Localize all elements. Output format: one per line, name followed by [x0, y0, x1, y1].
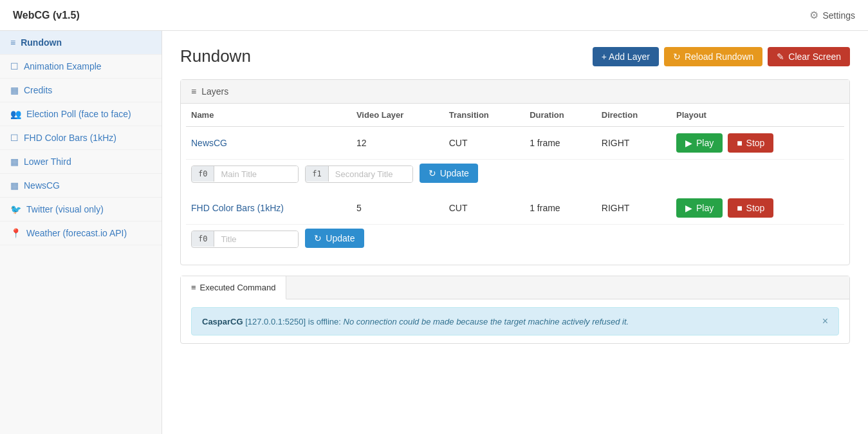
sidebar-item-credits[interactable]: ▦ Credits — [0, 79, 162, 102]
layer-inputs-cell-fhd: f0 ↻ Update — [186, 225, 844, 258]
field-input-main-title[interactable] — [214, 166, 298, 182]
square2-icon: ☐ — [10, 133, 19, 143]
sidebar-item-label: FHD Color Bars (1kHz) — [24, 133, 116, 143]
exec-tab-label: Executed Command — [200, 283, 276, 292]
field-tag-f0-fhd: f0 — [192, 231, 214, 247]
play-icon-newscg: ▶ — [685, 138, 692, 148]
grid-icon: ▦ — [10, 85, 19, 95]
update-button-newscg[interactable]: ↻ Update — [420, 164, 478, 183]
table-row-inputs-fhd: f0 ↻ Update — [186, 225, 844, 258]
clear-screen-button[interactable]: ✎ Clear Screen — [768, 47, 850, 66]
page-header: Rundown + Add Layer ↻ Reload Rundown ✎ C… — [180, 46, 850, 66]
col-direction: Direction — [596, 104, 671, 127]
input-group-f1-newscg: f1 — [305, 165, 412, 183]
alert-close-button[interactable]: × — [822, 316, 828, 327]
sidebar-item-label: NewsCG — [24, 180, 60, 191]
clear-screen-label: Clear Screen — [788, 52, 841, 62]
main-content: Rundown + Add Layer ↻ Reload Rundown ✎ C… — [162, 31, 868, 434]
sidebar-item-twitter[interactable]: 🐦 Twitter (visual only) — [0, 198, 162, 222]
stop-icon-fhd: ■ — [737, 203, 742, 213]
layer-duration-newscg: 1 frame — [524, 127, 596, 160]
stop-button-fhd[interactable]: ■ Stop — [728, 198, 773, 218]
stop-button-newscg[interactable]: ■ Stop — [728, 133, 773, 153]
sidebar-item-fhd-color-bars[interactable]: ☐ FHD Color Bars (1kHz) — [0, 126, 162, 150]
eraser-icon: ✎ — [777, 52, 784, 62]
layer-transition-newscg: CUT — [444, 127, 525, 160]
col-transition: Transition — [444, 104, 525, 127]
layer-playout-newscg: ▶ Play ■ Stop — [671, 127, 844, 160]
reload-rundown-label: Reload Rundown — [685, 52, 753, 62]
sidebar-item-election-poll[interactable]: 👥 Election Poll (face to face) — [0, 102, 162, 126]
layer-link-fhd[interactable]: FHD Color Bars (1kHz) — [191, 203, 284, 213]
sidebar-item-label: Rundown — [21, 37, 62, 48]
exec-tabs: ≡ Executed Command — [181, 276, 849, 299]
layer-duration-fhd: 1 frame — [524, 192, 596, 225]
sidebar: ≡ Rundown ☐ Animation Example ▦ Credits … — [0, 31, 162, 434]
play-label-fhd: Play — [696, 203, 714, 213]
layer-transition-fhd: CUT — [444, 192, 525, 225]
connection-alert: CasparCG [127.0.0.1:5250] is offline: No… — [191, 307, 839, 335]
layer-link-newscg[interactable]: NewsCG — [191, 138, 227, 148]
settings-button[interactable]: ⚙ Settings — [809, 9, 855, 21]
update-label-newscg: Update — [440, 168, 469, 178]
sidebar-item-newscg[interactable]: ▦ NewsCG — [0, 174, 162, 198]
people-icon: 👥 — [10, 109, 21, 119]
stop-label-fhd: Stop — [746, 203, 765, 213]
layer-video-layer-fhd: 5 — [351, 192, 444, 225]
layers-card-header: ≡ Layers — [181, 80, 849, 104]
input-group-f0-newscg: f0 — [191, 165, 299, 183]
twitter-icon: 🐦 — [10, 204, 21, 214]
sidebar-item-animation-example[interactable]: ☐ Animation Example — [0, 55, 162, 79]
table-row: FHD Color Bars (1kHz) 5 CUT 1 frame RIGH… — [186, 192, 844, 225]
sidebar-item-label: Election Poll (face to face) — [26, 109, 131, 119]
page-title: Rundown — [180, 46, 251, 66]
play-icon-fhd: ▶ — [685, 203, 692, 213]
refresh-icon-fhd: ↻ — [314, 233, 322, 243]
page-actions: + Add Layer ↻ Reload Rundown ✎ Clear Scr… — [593, 47, 850, 66]
add-layer-button[interactable]: + Add Layer — [593, 47, 659, 66]
alert-status-val: is offline: — [308, 317, 341, 326]
exec-tab-command[interactable]: ≡ Executed Command — [181, 276, 286, 299]
sidebar-item-lower-third[interactable]: ▦ Lower Third — [0, 150, 162, 174]
list-icon-exec: ≡ — [191, 283, 196, 292]
field-input-title-fhd[interactable] — [214, 231, 298, 247]
layers-table-head: Name Video Layer Transition Duration Dir… — [186, 104, 844, 127]
input-group-f0-fhd: f0 — [191, 231, 299, 248]
table-row-inputs-newscg: f0 f1 ↻ Update — [186, 160, 844, 193]
list-icon-header: ≡ — [191, 86, 196, 97]
pin-icon: 📍 — [10, 228, 21, 238]
play-button-newscg[interactable]: ▶ Play — [676, 133, 723, 153]
play-button-fhd[interactable]: ▶ Play — [676, 198, 723, 218]
layer-playout-fhd: ▶ Play ■ Stop — [671, 192, 844, 225]
layers-table-header-row: Name Video Layer Transition Duration Dir… — [186, 104, 844, 127]
layer-name-newscg: NewsCG — [186, 127, 351, 160]
layer-inputs-cell-newscg: f0 f1 ↻ Update — [186, 160, 844, 193]
layers-table: Name Video Layer Transition Duration Dir… — [186, 104, 844, 257]
settings-label: Settings — [822, 10, 855, 21]
col-duration: Duration — [524, 104, 596, 127]
update-button-fhd[interactable]: ↻ Update — [305, 229, 364, 248]
col-name: Name — [186, 104, 351, 127]
sidebar-item-rundown[interactable]: ≡ Rundown — [0, 31, 162, 55]
refresh-icon-newscg: ↻ — [429, 168, 436, 178]
sidebar-item-label: Lower Third — [24, 156, 71, 167]
app-layout: ≡ Rundown ☐ Animation Example ▦ Credits … — [0, 31, 868, 434]
app-header: WebCG (v1.5) ⚙ Settings — [0, 0, 868, 31]
layers-table-body: NewsCG 12 CUT 1 frame RIGHT ▶ Play — [186, 127, 844, 258]
sidebar-item-weather[interactable]: 📍 Weather (forecast.io API) — [0, 222, 162, 245]
layers-table-container: Name Video Layer Transition Duration Dir… — [181, 104, 849, 265]
layers-header-label: Layers — [201, 86, 228, 97]
layers-card: ≡ Layers Name Video Layer Transition Dur… — [180, 79, 850, 265]
sidebar-item-label: Weather (forecast.io API) — [26, 228, 127, 238]
field-input-secondary-title[interactable] — [329, 166, 412, 182]
executed-command-card: ≡ Executed Command CasparCG [127.0.0.1:5… — [180, 276, 850, 344]
field-tag-f1-newscg: f1 — [306, 166, 328, 182]
reload-rundown-button[interactable]: ↻ Reload Rundown — [664, 47, 762, 66]
layer-direction-newscg: RIGHT — [596, 127, 671, 160]
app-title: WebCG (v1.5) — [13, 10, 80, 21]
sidebar-item-label: Credits — [24, 85, 52, 95]
alert-address-val: [127.0.0.1:5250] — [245, 317, 306, 326]
layer-video-layer-newscg: 12 — [351, 127, 444, 160]
grid3-icon: ▦ — [10, 180, 19, 191]
square-icon: ☐ — [10, 61, 19, 71]
